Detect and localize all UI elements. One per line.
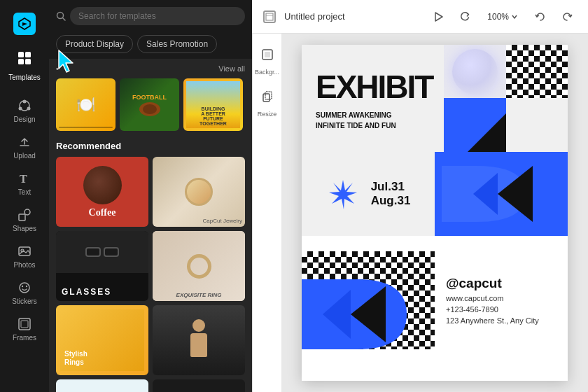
right-sidebar: Backgr... Resize — [252, 34, 281, 392]
svg-rect-3 — [25, 59, 31, 64]
chevron-down-icon — [511, 13, 518, 20]
canvas-address: 123 Anywhere St., Any City — [446, 316, 556, 325]
top-bar-actions: 100% — [428, 7, 577, 27]
canvas-checker-bottom — [302, 251, 435, 349]
featured-section-title: • — [56, 64, 59, 73]
canvas-contact-section: @capcut www.capcut.com +123-456-7890 123… — [435, 251, 568, 349]
templates-panel: Product Display Sales Promotion • View a… — [49, 0, 252, 392]
text-icon: T — [17, 171, 32, 186]
resize-tool[interactable]: Resize — [253, 81, 281, 120]
filter-tab-sales-promotion[interactable]: Sales Promotion — [137, 35, 217, 53]
svg-rect-21 — [266, 13, 273, 20]
sidebar-item-text[interactable]: T Text — [0, 165, 49, 202]
recommended-section-title: Recommended — [56, 141, 121, 151]
filter-tabs: Product Display Sales Promotion — [49, 31, 252, 59]
shapes-icon — [17, 207, 32, 223]
design-icon — [17, 98, 32, 113]
svg-rect-2 — [18, 59, 24, 64]
svg-point-13 — [20, 283, 29, 293]
blur-circle-element — [452, 49, 498, 94]
canvas-subtitle: SUMMER AWAKENING INFINITE TIDE AND FUN — [316, 110, 433, 131]
zoom-level: 100% — [487, 12, 509, 22]
view-all-button[interactable]: View all — [218, 64, 245, 73]
svg-text:T: T — [20, 173, 27, 185]
template-card-person[interactable] — [153, 305, 245, 375]
template-card-jewelry[interactable]: CapCut Jewelry — [153, 157, 245, 227]
canvas-white-section — [506, 98, 568, 151]
canvas-blue-section — [444, 98, 505, 151]
search-input[interactable] — [70, 7, 245, 25]
ring-label: EXQUISITE RING — [153, 292, 245, 298]
template-card-ring[interactable]: EXQUISITE RING — [153, 231, 245, 301]
canvas-date1: Jul.31 — [371, 180, 405, 194]
search-icon — [56, 11, 66, 21]
svg-point-14 — [22, 286, 23, 287]
canvas-blur-section — [444, 45, 505, 98]
stylish-label: StylishRings — [64, 350, 88, 367]
panel-content: • View all 🍽️ FOOTBALL BUILDING A BETTER — [49, 59, 252, 392]
resize-icon — [255, 84, 280, 109]
sidebar-label-text: Text — [18, 188, 31, 196]
left-sidebar: Templates Design Upload T Text — [0, 0, 49, 392]
sidebar-item-upload[interactable]: Upload — [0, 129, 49, 165]
featured-section-header: • View all — [56, 64, 245, 73]
sidebar-item-shapes[interactable]: Shapes — [0, 202, 49, 238]
canvas-blue-arrow-section — [435, 152, 568, 236]
template-card-pizza[interactable]: CapCut PIZZA — [56, 379, 148, 392]
sidebar-label-frames: Frames — [13, 334, 36, 342]
dates-container: Jul.31 Aug.31 — [371, 180, 411, 208]
recommended-section-header: Recommended — [56, 141, 245, 151]
photos-icon — [17, 244, 32, 259]
svg-point-10 — [24, 209, 30, 215]
redo-button[interactable] — [557, 7, 577, 27]
canvas-date2: Aug.31 — [371, 194, 411, 208]
template-card-football[interactable]: FOOTBALL — [120, 78, 179, 131]
canvas-area-wrapper: Backgr... Resize EXHIBIT — [252, 34, 588, 392]
filter-tab-product-display[interactable]: Product Display — [56, 35, 133, 53]
template-card-chocolate[interactable]: CHOCOLATECHIP CAPCUT — [153, 379, 245, 392]
app-logo — [13, 13, 36, 35]
canvas-container: EXHIBIT SUMMER AWAKENING INFINITE TIDE A… — [281, 34, 588, 392]
canvas-middle-section: Jul.31 Aug.31 — [302, 152, 568, 236]
canvas-subtitle-line1: SUMMER AWAKENING — [316, 110, 433, 120]
recommended-grid: Coffee CapCut Jewelry — [56, 157, 245, 392]
resize-label: Resize — [258, 111, 277, 118]
template-card-coffee[interactable]: Coffee — [56, 157, 148, 227]
logo-area — [0, 6, 49, 45]
sidebar-item-templates[interactable]: Templates — [0, 45, 49, 92]
zoom-control[interactable]: 100% — [482, 9, 524, 24]
background-tool[interactable]: Backgr... — [253, 39, 281, 78]
template-card-glasses[interactable]: GLASSES — [56, 231, 148, 301]
svg-line-19 — [63, 18, 66, 21]
coffee-image — [83, 166, 122, 204]
template-card-building[interactable]: BUILDING A BETTER FUTURE TOGETHER — [183, 78, 243, 131]
svg-rect-25 — [265, 52, 270, 57]
canvas-top-right — [444, 45, 568, 152]
svg-point-5 — [23, 100, 27, 104]
jewelry-label: CapCut Jewelry — [203, 218, 242, 224]
sidebar-item-design[interactable]: Design — [0, 92, 49, 129]
templates-icon — [17, 50, 32, 66]
background-icon — [255, 42, 280, 67]
refresh-button[interactable] — [455, 7, 475, 27]
sidebar-item-photos[interactable]: Photos — [0, 238, 49, 274]
template-card-food[interactable]: 🍽️ — [56, 78, 115, 131]
sidebar-item-stickers[interactable]: Stickers — [0, 274, 49, 311]
sidebar-label-shapes: Shapes — [13, 225, 36, 232]
sidebar-item-frames[interactable]: Frames — [0, 311, 49, 347]
svg-point-6 — [19, 107, 22, 111]
svg-rect-9 — [19, 214, 25, 220]
sidebar-label-templates: Templates — [3, 68, 46, 87]
play-button[interactable] — [428, 7, 448, 27]
search-bar — [49, 0, 252, 31]
undo-button[interactable] — [531, 7, 550, 27]
project-name: Untitled project — [284, 11, 420, 22]
canvas-handle: @capcut — [446, 276, 556, 291]
blue-geometric-shape — [435, 152, 568, 236]
star-shape-element — [326, 177, 360, 211]
exhibit-canvas[interactable]: EXHIBIT SUMMER AWAKENING INFINITE TIDE A… — [302, 45, 568, 381]
bottom-blue-shape — [302, 251, 435, 349]
template-card-stylish[interactable]: StylishRings — [56, 305, 148, 375]
sidebar-label-upload: Upload — [13, 152, 36, 160]
top-bar: Untitled project 100% — [252, 0, 588, 34]
